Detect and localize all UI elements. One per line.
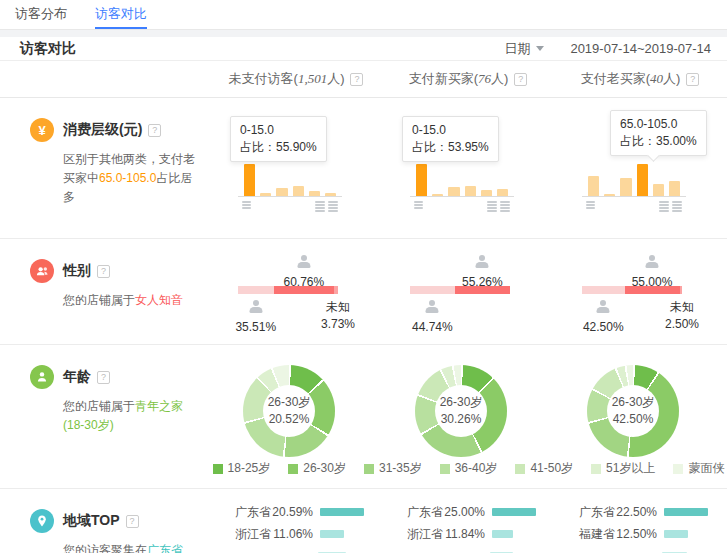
region-row: 福建省12.50% <box>579 527 721 541</box>
tab-visitor-compare[interactable]: 访客对比 <box>95 0 147 29</box>
legend-item[interactable]: 51岁以上 <box>591 460 655 477</box>
region-desc: 您的访客聚集在广东省 <box>63 541 202 553</box>
people-icon <box>30 259 54 283</box>
region-bar <box>664 508 708 516</box>
male-stat: 35.51% <box>221 299 291 334</box>
legend-label: 31-35岁 <box>379 460 422 477</box>
region-top-list[interactable]: 广东省22.50%福建省12.50% <box>579 505 721 553</box>
region-row: 广东省22.50% <box>579 505 721 519</box>
legend-label: 蒙面侠 <box>688 460 724 477</box>
region-name: 广东省 <box>407 504 443 521</box>
legend-item[interactable]: 41-50岁 <box>515 460 573 477</box>
help-icon[interactable]: ? <box>97 371 110 384</box>
gender-chart[interactable]: 55.26% 44.74% 未知 <box>410 239 510 344</box>
age-legend: 18-25岁26-30岁31-35岁36-40岁41-50岁51岁以上蒙面侠 <box>210 460 727 477</box>
chart-tooltip: 65.0-105.0 占比：35.00% <box>610 110 707 156</box>
male-stat: 44.74% <box>397 299 467 334</box>
section-consumption: ¥ 消费层级(元) ? 区别于其他两类，支付老买家中65.0-105.0占比居多… <box>0 98 727 239</box>
gender-title: 性别 <box>63 262 91 280</box>
coin-icons <box>410 201 514 212</box>
gender-cell-new: 55.26% 44.74% 未知 <box>382 239 554 344</box>
help-icon[interactable]: ? <box>514 73 527 86</box>
legend-label: 18-25岁 <box>228 460 271 477</box>
region-pct: 11.06% <box>271 527 313 541</box>
coin-icons <box>582 201 686 212</box>
help-icon[interactable]: ? <box>686 73 699 86</box>
legend-item[interactable]: 蒙面侠 <box>673 460 724 477</box>
region-bar <box>492 508 536 516</box>
legend-item[interactable]: 26-30岁 <box>288 460 346 477</box>
tab-visitor-distribution[interactable]: 访客分布 <box>15 0 67 29</box>
male-icon <box>248 300 263 313</box>
legend-item[interactable]: 18-25岁 <box>213 460 271 477</box>
consumption-bar-chart[interactable] <box>238 156 342 196</box>
gender-cell-unpaid: 60.76% 35.51% 未知 3.73% <box>210 239 382 344</box>
female-stat: 55.26% <box>447 254 517 289</box>
legend-swatch-icon <box>673 464 683 474</box>
legend-swatch-icon <box>591 464 601 474</box>
region-row: 广东省25.00% <box>407 505 549 519</box>
unknown-segment <box>334 286 338 294</box>
region-cell-repeat: 广东省22.50%福建省12.50% <box>554 489 726 553</box>
female-segment <box>455 286 510 294</box>
help-icon[interactable]: ? <box>126 515 139 528</box>
coin-stack-large-icon <box>487 201 510 212</box>
help-icon[interactable]: ? <box>148 124 161 137</box>
consumption-cell-new: 0-15.0 占比：53.95% <box>382 98 554 238</box>
chart-tooltip: 0-15.0 占比：53.95% <box>402 116 499 162</box>
age-donut-chart[interactable]: 26-30岁 42.50% <box>587 365 679 457</box>
column-header-repeat-buyers: 支付老买家(40人) ? <box>554 70 726 88</box>
legend-item[interactable]: 31-35岁 <box>364 460 422 477</box>
coin-stack-small-icon <box>242 201 251 212</box>
region-name: 浙江省 <box>235 526 271 543</box>
male-segment <box>410 286 455 294</box>
female-icon <box>296 255 311 268</box>
region-desc-highlight: 广东省 <box>147 543 183 553</box>
chart-tooltip: 0-15.0 占比：55.90% <box>230 116 327 162</box>
gender-chart[interactable]: 60.76% 35.51% 未知 3.73% <box>238 239 338 344</box>
section-age: 年龄 ? 您的店铺属于青年之家(18-30岁) 26-30岁 20.52% 26… <box>0 345 727 489</box>
region-bar <box>320 530 344 538</box>
bar <box>620 178 631 196</box>
region-name: 福建省 <box>579 526 615 543</box>
region-row <box>407 549 549 553</box>
help-icon[interactable]: ? <box>97 265 110 278</box>
region-row: 广东省20.59% <box>235 505 377 519</box>
gender-chart[interactable]: 55.00% 42.50% 未知 2.50% <box>582 239 682 344</box>
legend-label: 36-40岁 <box>455 460 498 477</box>
coin-stack-large-icon <box>315 201 338 212</box>
region-top-list[interactable]: 广东省20.59%浙江省11.06% <box>235 505 377 553</box>
bar <box>669 181 680 196</box>
legend-swatch-icon <box>213 464 223 474</box>
legend-item[interactable]: 36-40岁 <box>440 460 498 477</box>
age-left: 年龄 ? 您的店铺属于青年之家(18-30岁) <box>0 345 210 488</box>
bar <box>276 188 287 196</box>
date-filter-dropdown[interactable]: 日期 <box>504 40 544 58</box>
age-donut-chart[interactable]: 26-30岁 30.26% <box>415 365 507 457</box>
section-gender: 性别 ? 您的店铺属于女人知音 60.76% 35.51% <box>0 239 727 345</box>
consumption-bar-chart[interactable] <box>582 156 686 196</box>
consumption-desc: 区别于其他两类，支付老买家中65.0-105.0占比居多 <box>63 150 202 207</box>
unknown-stat: 未知 2.50% <box>665 299 699 333</box>
region-top-list[interactable]: 广东省25.00%浙江省11.84% <box>407 505 549 553</box>
help-icon[interactable]: ? <box>350 73 363 86</box>
legend-label: 41-50岁 <box>530 460 573 477</box>
bar <box>465 186 476 196</box>
region-title: 地域TOP <box>63 512 120 530</box>
region-row <box>235 549 377 553</box>
female-icon <box>645 255 660 268</box>
coin-stack-large-icon <box>659 201 682 212</box>
page-title: 访客对比 <box>20 40 504 58</box>
column-header-new-buyers: 支付新买家(76人) ? <box>382 70 554 88</box>
consumption-bar-chart[interactable] <box>410 156 514 196</box>
region-bar <box>320 508 364 516</box>
age-donut-chart[interactable]: 26-30岁 20.52% <box>243 365 335 457</box>
bar <box>588 176 599 196</box>
male-icon <box>596 300 611 313</box>
gender-cell-repeat: 55.00% 42.50% 未知 2.50% <box>554 239 726 344</box>
card-header: 访客对比 日期 2019-07-14~2019-07-14 <box>0 37 727 61</box>
bar <box>448 187 459 196</box>
bar <box>293 186 304 196</box>
date-range[interactable]: 2019-07-14~2019-07-14 <box>570 41 711 56</box>
consumption-cell-repeat: 65.0-105.0 占比：35.00% <box>554 98 726 238</box>
